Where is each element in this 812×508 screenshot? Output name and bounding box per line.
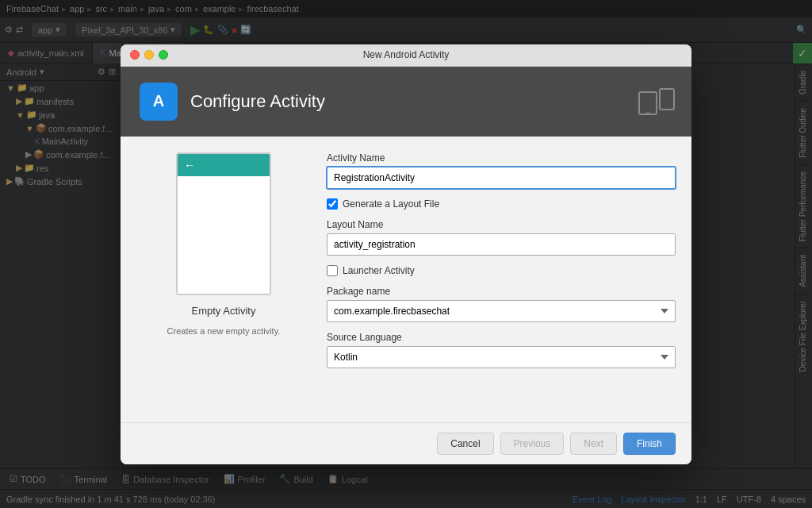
traffic-lights bbox=[130, 50, 168, 60]
ide-background: FirebaseChat ▸ app ▸ src ▸ main ▸ java ▸… bbox=[0, 0, 812, 508]
svg-rect-2 bbox=[660, 89, 674, 110]
phone-preview: ← bbox=[176, 152, 271, 295]
dialog-footer: Cancel Previous Next Finish bbox=[121, 422, 691, 464]
source-language-label: Source Language bbox=[327, 332, 676, 343]
svg-text:A: A bbox=[153, 92, 164, 110]
dialog-header-title: Configure Activity bbox=[190, 91, 325, 112]
dialog-title: New Android Activity bbox=[363, 49, 450, 60]
package-name-field: Package name com.example.firecbasechat bbox=[327, 286, 676, 322]
activity-preview-panel: ← Empty Activity Creates a new empty act… bbox=[136, 152, 311, 406]
preview-activity-label: Empty Activity bbox=[192, 305, 256, 317]
svg-rect-4 bbox=[645, 113, 650, 114]
launcher-activity-row: Launcher Activity bbox=[327, 265, 676, 276]
close-window-button[interactable] bbox=[130, 50, 140, 60]
generate-layout-checkbox[interactable] bbox=[327, 198, 338, 210]
minimize-window-button[interactable] bbox=[144, 50, 154, 60]
launcher-activity-label: Launcher Activity bbox=[343, 265, 415, 276]
new-android-activity-dialog: New Android Activity A Configure Activit… bbox=[121, 44, 691, 464]
preview-back-arrow: ← bbox=[184, 159, 195, 171]
package-name-select-wrapper: com.example.firecbasechat bbox=[327, 300, 676, 322]
phone-tablet-icon bbox=[638, 86, 676, 117]
layout-name-input[interactable] bbox=[327, 233, 676, 256]
preview-body bbox=[178, 176, 270, 295]
source-language-field: Source Language Kotlin Java bbox=[327, 332, 676, 368]
activity-name-input[interactable] bbox=[327, 167, 676, 189]
preview-activity-description: Creates a new empty activity. bbox=[167, 326, 281, 336]
generate-layout-row: Generate a Layout File bbox=[327, 198, 676, 210]
configure-activity-form: Activity Name Generate a Layout File Lay… bbox=[327, 152, 676, 406]
dialog-body: ← Empty Activity Creates a new empty act… bbox=[121, 137, 691, 422]
source-language-select[interactable]: Kotlin Java bbox=[327, 346, 676, 368]
generate-layout-label: Generate a Layout File bbox=[343, 198, 439, 210]
launcher-activity-checkbox[interactable] bbox=[327, 265, 338, 276]
previous-button[interactable]: Previous bbox=[500, 433, 565, 455]
finish-button[interactable]: Finish bbox=[623, 433, 676, 455]
dialog-overlay: New Android Activity A Configure Activit… bbox=[0, 0, 812, 508]
dialog-header: A Configure Activity bbox=[121, 67, 691, 137]
package-name-label: Package name bbox=[327, 286, 676, 297]
next-button[interactable]: Next bbox=[570, 433, 617, 455]
source-language-select-wrapper: Kotlin Java bbox=[327, 346, 676, 368]
layout-name-label: Layout Name bbox=[327, 219, 676, 230]
activity-name-field: Activity Name bbox=[327, 152, 676, 189]
svg-rect-3 bbox=[639, 92, 657, 114]
maximize-window-button[interactable] bbox=[159, 50, 168, 60]
android-studio-logo: A bbox=[140, 83, 178, 121]
cancel-button[interactable]: Cancel bbox=[437, 433, 493, 455]
package-name-select[interactable]: com.example.firecbasechat bbox=[327, 300, 676, 322]
layout-name-field: Layout Name bbox=[327, 219, 676, 256]
dialog-titlebar: New Android Activity bbox=[121, 44, 691, 67]
preview-top-bar: ← bbox=[178, 154, 270, 176]
activity-name-label: Activity Name bbox=[327, 152, 676, 164]
